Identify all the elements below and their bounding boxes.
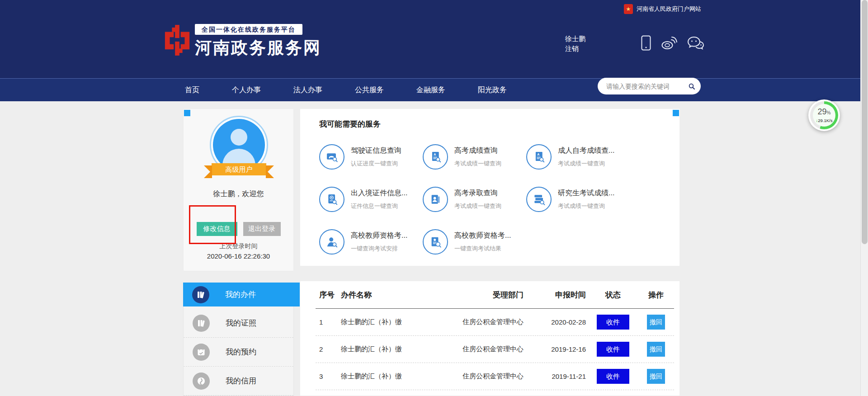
search-icon[interactable]	[688, 81, 695, 92]
corner-handle-right	[673, 110, 679, 116]
service-exit-entry-doc[interactable]: 出入境证件信息... 证件信息一键查询	[319, 184, 423, 226]
logo-banner: 全国一体化在线政务服务平台	[195, 24, 302, 35]
person-search-icon	[319, 229, 344, 255]
main-navbar: 首页 个人办事 法人办事 公共服务 金融服务 阳光政务	[0, 78, 868, 101]
search-input[interactable]	[606, 83, 688, 90]
user-profile-panel: 高级用户 徐士鹏，欢迎您 修改信息 退出登录 上次登录时间 2020-06-16…	[183, 108, 294, 271]
corner-handle-left	[184, 110, 190, 116]
id-card-person-icon	[423, 187, 448, 212]
site-logo[interactable]: 全国一体化在线政务服务平台 河南政务服务网	[163, 24, 321, 59]
service-teacher-cert-schedule[interactable]: 高校教师资格考... 一键查询考试安排	[319, 226, 423, 269]
header-icons	[641, 35, 704, 51]
services-grid: 驾驶证信息查询 认证进度一键查询 A 高考成绩查询 考试成绩一键查询	[319, 141, 630, 269]
sidebar-menu: 我的办件 我的证照 我的预约	[183, 283, 294, 396]
nav-item-finance[interactable]: 金融服务	[416, 85, 445, 95]
national-emblem-icon: ★	[624, 4, 633, 14]
logout-link[interactable]: 注销	[565, 44, 585, 54]
site-title: 河南政务服务网	[195, 37, 321, 59]
withdraw-button[interactable]: 撤回	[647, 369, 665, 384]
nav-item-public[interactable]: 公共服务	[355, 85, 384, 95]
nav-item-sunshine[interactable]: 阳光政务	[478, 85, 507, 95]
last-login-label: 上次登录时间	[184, 242, 293, 250]
sidebar-item-my-licenses[interactable]: 我的证照	[184, 309, 293, 338]
table-header-row: 序号 办件名称 受理部门 申报时间 状态 操作	[316, 281, 674, 309]
table-row: 1 徐士鹏的汇（补）缴 住房公积金管理中心 2020-02-28 收件 撤回	[316, 309, 674, 336]
mobile-app-icon[interactable]	[641, 35, 651, 51]
scrollbar-track[interactable]	[860, 0, 868, 396]
progress-ring: 29% ↓29.1K/s	[810, 101, 838, 129]
avatar-head	[231, 129, 247, 146]
my-credit-icon	[193, 372, 210, 390]
nav-item-home[interactable]: 首页	[185, 85, 199, 95]
service-postgrad-score[interactable]: 研究生考试成绩... 考试成绩一键查询	[526, 184, 630, 226]
user-block: 徐士鹏 注销	[565, 34, 585, 54]
edit-info-button[interactable]: 修改信息	[197, 222, 237, 236]
table-row: 2 徐士鹏的汇（补）缴 住房公积金管理中心 2019-12-16 收件 撤回	[316, 336, 674, 363]
services-panel: 我可能需要的服务 驾驶证信息查询 认证进度一键查询	[300, 108, 680, 266]
profile-buttons: 修改信息 退出登录	[184, 222, 293, 236]
id-doc-search-icon	[423, 229, 448, 255]
books-stack-icon	[526, 187, 552, 212]
welcome-text: 徐士鹏，欢迎您	[184, 189, 293, 199]
my-items-icon	[192, 286, 209, 303]
status-badge: 收件	[597, 315, 629, 330]
logout-button[interactable]: 退出登录	[243, 222, 281, 236]
service-adult-exam-score[interactable]: A 成人自考成绩查... 考试成绩一键查询	[526, 141, 630, 184]
scrollbar-thumb[interactable]	[862, 0, 868, 244]
download-progress-widget[interactable]: 29% ↓29.1K/s	[808, 99, 840, 131]
withdraw-button[interactable]: 撤回	[647, 315, 665, 330]
logo-text: 全国一体化在线政务服务平台 河南政务服务网	[195, 24, 321, 59]
passport-icon	[319, 187, 344, 212]
col-header-status: 状态	[586, 290, 640, 300]
sidebar-item-my-items[interactable]: 我的办件	[183, 283, 302, 306]
withdraw-button[interactable]: 撤回	[647, 342, 665, 357]
service-teacher-cert-result[interactable]: 高校教师资格考... 一键查询考试结果	[423, 226, 526, 269]
sidebar-item-my-appointments[interactable]: 我的预约	[184, 338, 293, 367]
col-header-name: 办件名称	[341, 290, 437, 300]
status-badge: 收件	[597, 369, 629, 384]
logo-mark-icon	[163, 24, 191, 57]
user-level-badge: 高级用户	[212, 163, 266, 175]
col-header-action: 操作	[640, 290, 672, 300]
nav-item-personal[interactable]: 个人办事	[232, 85, 261, 95]
service-gaokao-score[interactable]: A 高考成绩查询 考试成绩一键查询	[423, 141, 526, 184]
col-header-date: 申报时间	[524, 290, 586, 300]
user-name: 徐士鹏	[565, 34, 585, 44]
table-row: 3 徐士鹏的汇（补）缴 住房公积金管理中心 2019-11-21 收件 撤回	[316, 363, 674, 390]
col-header-no: 序号	[316, 290, 341, 300]
service-gaokao-admission[interactable]: 高考录取查询 考试成绩一键查询	[423, 184, 526, 226]
download-speed: ↓29.1K/s	[816, 118, 833, 123]
service-driver-license[interactable]: 驾驶证信息查询 认证进度一键查询	[319, 141, 423, 184]
adult-exam-icon: A	[526, 144, 552, 170]
exam-score-icon: A	[423, 144, 448, 170]
search-box	[598, 78, 701, 94]
portal-link[interactable]: 河南省人民政府门户网站	[637, 5, 701, 13]
my-licenses-icon	[193, 315, 210, 332]
nav-items: 首页 个人办事 法人办事 公共服务 金融服务 阳光政务	[185, 79, 507, 101]
progress-percent: 29%	[818, 108, 831, 117]
site-header: ★ 河南省人民政府门户网站 全国一体化在线政务服务平台 河南政务服务网 徐士鹏 …	[0, 0, 868, 78]
portal-row: ★ 河南省人民政府门户网站	[624, 4, 701, 14]
sidebar-item-my-credit[interactable]: 我的信用	[184, 367, 293, 396]
weibo-icon[interactable]	[661, 36, 677, 50]
svg-text:A: A	[434, 153, 436, 156]
status-badge: 收件	[597, 342, 629, 357]
col-header-dept: 受理部门	[437, 290, 524, 300]
last-login-time: 2020-06-16 22:26:30	[184, 252, 293, 260]
nav-item-legal[interactable]: 法人办事	[293, 85, 322, 95]
services-title: 我可能需要的服务	[319, 119, 381, 129]
my-appointments-icon	[193, 344, 210, 361]
wechat-icon[interactable]	[687, 36, 704, 50]
driver-license-icon	[319, 144, 344, 170]
svg-text:A: A	[537, 153, 539, 156]
my-items-table-panel: 序号 办件名称 受理部门 申报时间 状态 操作 1 徐士鹏的汇（补）缴 住房公积…	[300, 281, 680, 396]
